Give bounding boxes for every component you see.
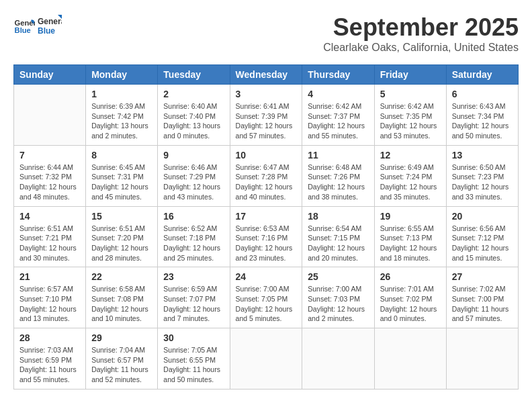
calendar-cell: 27Sunrise: 7:02 AM Sunset: 7:00 PM Dayli… xyxy=(446,267,518,328)
month-title: September 2025 xyxy=(323,13,519,42)
day-number: 3 xyxy=(236,89,297,99)
svg-text:Blue: Blue xyxy=(15,26,31,34)
day-number: 28 xyxy=(19,332,80,343)
day-number: 13 xyxy=(452,150,513,161)
day-number: 15 xyxy=(91,211,152,222)
day-number: 14 xyxy=(19,211,80,222)
svg-text:General: General xyxy=(38,17,62,26)
calendar-cell: 9Sunrise: 6:46 AM Sunset: 7:29 PM Daylig… xyxy=(158,145,230,206)
day-number: 19 xyxy=(380,211,441,222)
logo-icon: General Blue xyxy=(13,15,35,36)
calendar-cell: 23Sunrise: 6:59 AM Sunset: 7:07 PM Dayli… xyxy=(158,267,230,328)
calendar-cell: 25Sunrise: 7:00 AM Sunset: 7:03 PM Dayli… xyxy=(302,267,374,328)
day-info: Sunrise: 6:55 AM Sunset: 7:13 PM Dayligh… xyxy=(380,224,441,263)
day-info: Sunrise: 6:43 AM Sunset: 7:34 PM Dayligh… xyxy=(452,101,513,141)
day-info: Sunrise: 6:58 AM Sunset: 7:08 PM Dayligh… xyxy=(91,284,152,324)
day-info: Sunrise: 6:44 AM Sunset: 7:32 PM Dayligh… xyxy=(19,163,80,202)
day-number: 24 xyxy=(236,271,297,282)
day-info: Sunrise: 6:51 AM Sunset: 7:21 PM Dayligh… xyxy=(19,224,80,263)
day-number: 10 xyxy=(236,150,297,161)
calendar-cell xyxy=(230,328,302,390)
calendar-week-1: 1Sunrise: 6:39 AM Sunset: 7:42 PM Daylig… xyxy=(14,85,519,146)
calendar-week-5: 28Sunrise: 7:03 AM Sunset: 6:59 PM Dayli… xyxy=(14,328,519,390)
day-number: 21 xyxy=(19,271,80,282)
day-info: Sunrise: 6:52 AM Sunset: 7:18 PM Dayligh… xyxy=(163,224,224,263)
day-info: Sunrise: 6:40 AM Sunset: 7:40 PM Dayligh… xyxy=(163,101,224,141)
day-number: 20 xyxy=(452,211,513,222)
day-number: 4 xyxy=(308,89,368,99)
calendar-cell: 22Sunrise: 6:58 AM Sunset: 7:08 PM Dayli… xyxy=(86,267,158,328)
day-number: 29 xyxy=(91,332,152,343)
svg-text:Blue: Blue xyxy=(38,26,55,36)
day-info: Sunrise: 6:39 AM Sunset: 7:42 PM Dayligh… xyxy=(91,101,152,141)
day-number: 9 xyxy=(163,150,224,161)
calendar-cell: 21Sunrise: 6:57 AM Sunset: 7:10 PM Dayli… xyxy=(14,267,86,328)
calendar-cell: 19Sunrise: 6:55 AM Sunset: 7:13 PM Dayli… xyxy=(374,206,446,267)
day-number: 25 xyxy=(308,271,368,282)
weekday-header-friday: Friday xyxy=(374,65,446,85)
day-info: Sunrise: 7:00 AM Sunset: 7:03 PM Dayligh… xyxy=(308,284,368,324)
calendar-cell: 1Sunrise: 6:39 AM Sunset: 7:42 PM Daylig… xyxy=(86,85,158,146)
location-title: Clearlake Oaks, California, United State… xyxy=(323,42,519,54)
calendar-cell xyxy=(446,328,518,390)
weekday-header-tuesday: Tuesday xyxy=(158,65,230,85)
calendar-header-row: SundayMondayTuesdayWednesdayThursdayFrid… xyxy=(14,65,519,85)
calendar-cell: 2Sunrise: 6:40 AM Sunset: 7:40 PM Daylig… xyxy=(158,85,230,146)
day-number: 2 xyxy=(163,89,224,99)
day-number: 16 xyxy=(163,211,224,222)
day-number: 11 xyxy=(308,150,368,161)
day-info: Sunrise: 6:54 AM Sunset: 7:15 PM Dayligh… xyxy=(308,224,368,263)
day-info: Sunrise: 6:42 AM Sunset: 7:37 PM Dayligh… xyxy=(308,101,368,141)
calendar-cell xyxy=(14,85,86,146)
day-info: Sunrise: 6:50 AM Sunset: 7:23 PM Dayligh… xyxy=(452,163,513,202)
day-info: Sunrise: 6:49 AM Sunset: 7:24 PM Dayligh… xyxy=(380,163,441,202)
day-number: 18 xyxy=(308,211,368,222)
general-blue-logo-graphic: General Blue xyxy=(38,13,62,38)
calendar-cell: 4Sunrise: 6:42 AM Sunset: 7:37 PM Daylig… xyxy=(302,85,374,146)
title-section: September 2025 Clearlake Oaks, Californi… xyxy=(323,13,519,54)
calendar-cell: 14Sunrise: 6:51 AM Sunset: 7:21 PM Dayli… xyxy=(14,206,86,267)
calendar-cell: 17Sunrise: 6:53 AM Sunset: 7:16 PM Dayli… xyxy=(230,206,302,267)
weekday-header-monday: Monday xyxy=(86,65,158,85)
day-info: Sunrise: 6:41 AM Sunset: 7:39 PM Dayligh… xyxy=(236,101,297,141)
calendar-week-3: 14Sunrise: 6:51 AM Sunset: 7:21 PM Dayli… xyxy=(14,206,519,267)
calendar-cell: 11Sunrise: 6:48 AM Sunset: 7:26 PM Dayli… xyxy=(302,145,374,206)
calendar-cell: 5Sunrise: 6:42 AM Sunset: 7:35 PM Daylig… xyxy=(374,85,446,146)
calendar-cell: 20Sunrise: 6:56 AM Sunset: 7:12 PM Dayli… xyxy=(446,206,518,267)
day-number: 27 xyxy=(452,271,513,282)
day-number: 30 xyxy=(163,332,224,343)
logo: General Blue General Blue xyxy=(13,13,62,38)
day-info: Sunrise: 7:05 AM Sunset: 6:55 PM Dayligh… xyxy=(163,345,224,385)
day-number: 12 xyxy=(380,150,441,161)
calendar-cell: 13Sunrise: 6:50 AM Sunset: 7:23 PM Dayli… xyxy=(446,145,518,206)
day-info: Sunrise: 7:02 AM Sunset: 7:00 PM Dayligh… xyxy=(452,284,513,324)
day-number: 7 xyxy=(19,150,80,161)
calendar-cell xyxy=(374,328,446,390)
day-info: Sunrise: 6:46 AM Sunset: 7:29 PM Dayligh… xyxy=(163,163,224,202)
calendar-week-2: 7Sunrise: 6:44 AM Sunset: 7:32 PM Daylig… xyxy=(14,145,519,206)
weekday-header-saturday: Saturday xyxy=(446,65,518,85)
day-number: 17 xyxy=(236,211,297,222)
weekday-header-wednesday: Wednesday xyxy=(230,65,302,85)
day-info: Sunrise: 6:48 AM Sunset: 7:26 PM Dayligh… xyxy=(308,163,368,202)
calendar-cell: 6Sunrise: 6:43 AM Sunset: 7:34 PM Daylig… xyxy=(446,85,518,146)
page-header: General Blue General Blue September 2025… xyxy=(13,13,519,54)
calendar-cell: 16Sunrise: 6:52 AM Sunset: 7:18 PM Dayli… xyxy=(158,206,230,267)
day-number: 5 xyxy=(380,89,441,99)
day-info: Sunrise: 6:57 AM Sunset: 7:10 PM Dayligh… xyxy=(19,284,80,324)
day-info: Sunrise: 7:00 AM Sunset: 7:05 PM Dayligh… xyxy=(236,284,297,324)
day-info: Sunrise: 7:03 AM Sunset: 6:59 PM Dayligh… xyxy=(19,345,80,385)
calendar-cell: 7Sunrise: 6:44 AM Sunset: 7:32 PM Daylig… xyxy=(14,145,86,206)
day-info: Sunrise: 6:59 AM Sunset: 7:07 PM Dayligh… xyxy=(163,284,224,324)
day-number: 6 xyxy=(452,89,513,99)
weekday-header-thursday: Thursday xyxy=(302,65,374,85)
calendar-cell: 30Sunrise: 7:05 AM Sunset: 6:55 PM Dayli… xyxy=(158,328,230,390)
day-number: 22 xyxy=(91,271,152,282)
day-info: Sunrise: 6:56 AM Sunset: 7:12 PM Dayligh… xyxy=(452,224,513,263)
day-number: 23 xyxy=(163,271,224,282)
day-info: Sunrise: 6:45 AM Sunset: 7:31 PM Dayligh… xyxy=(91,163,152,202)
day-info: Sunrise: 6:51 AM Sunset: 7:20 PM Dayligh… xyxy=(91,224,152,263)
calendar-cell xyxy=(302,328,374,390)
calendar-cell: 15Sunrise: 6:51 AM Sunset: 7:20 PM Dayli… xyxy=(86,206,158,267)
calendar-cell: 24Sunrise: 7:00 AM Sunset: 7:05 PM Dayli… xyxy=(230,267,302,328)
